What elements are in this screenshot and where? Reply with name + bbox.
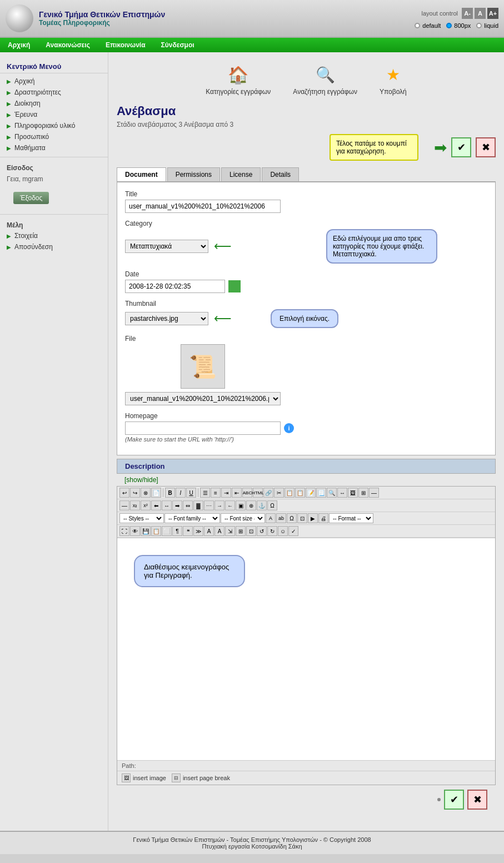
- tb4-btn12[interactable]: ↻: [267, 526, 277, 536]
- cut-btn[interactable]: ✂: [274, 488, 284, 498]
- thumbnail-select[interactable]: pastarchives.jpg other.jpg: [125, 312, 208, 325]
- font-size-select[interactable]: -- Font size --: [221, 513, 265, 523]
- sidebar-item-admin[interactable]: ▶ Διοίκηση: [0, 98, 108, 109]
- find-btn[interactable]: 🔍: [327, 488, 337, 498]
- paste-btn[interactable]: 📋: [295, 488, 305, 498]
- tb4-btn8[interactable]: ⇲: [225, 526, 235, 536]
- tb4-btn9[interactable]: ⊞: [236, 526, 246, 536]
- highlight-btn[interactable]: ab: [276, 513, 286, 523]
- show-blocks-btn[interactable]: ⬜: [162, 526, 172, 536]
- show-hide-toggle[interactable]: [show/hide]: [117, 474, 496, 486]
- undo-btn[interactable]: ↩: [119, 488, 129, 498]
- redo-btn[interactable]: ↪: [130, 488, 140, 498]
- editor-body[interactable]: Διαθέσιμος κειμενογράφος για Περιγραφή.: [117, 538, 495, 760]
- sidebar-item-info[interactable]: ▶ Πληροφοριακό υλικό: [0, 120, 108, 131]
- tab-permissions[interactable]: Permissions: [167, 167, 220, 181]
- anchor-btn[interactable]: ⚓: [257, 500, 267, 510]
- ol-btn[interactable]: ≡: [211, 488, 221, 498]
- copy-btn[interactable]: 📋: [285, 488, 295, 498]
- homepage-input[interactable]: [125, 421, 281, 435]
- subscript-btn[interactable]: x₂: [130, 500, 140, 510]
- clear-btn[interactable]: ⊗: [141, 488, 151, 498]
- tb4-btn7[interactable]: A: [214, 526, 224, 536]
- link-btn[interactable]: 🔗: [263, 488, 273, 498]
- bold-btn[interactable]: B: [165, 488, 175, 498]
- quote-btn[interactable]: ❝: [183, 526, 193, 536]
- tb4-btn11[interactable]: ↺: [257, 526, 267, 536]
- replace-btn[interactable]: ↔: [337, 488, 347, 498]
- superscript-btn[interactable]: x²: [141, 500, 151, 510]
- tab-details[interactable]: Details: [262, 167, 299, 181]
- sidebar-item-research[interactable]: ▶ Έρευνα: [0, 109, 108, 120]
- font-size-normal-btn[interactable]: A: [475, 8, 486, 19]
- layout-default-opt[interactable]: default: [415, 22, 441, 29]
- tb4-btn6[interactable]: A: [204, 526, 214, 536]
- font-family-select[interactable]: -- Font family --: [164, 513, 220, 523]
- sidebar-item-profile[interactable]: ▶ Στοιχεία: [0, 230, 108, 241]
- preview-btn[interactable]: 👁: [130, 526, 140, 536]
- templates-btn[interactable]: 📋: [151, 526, 161, 536]
- sidebar-item-logout[interactable]: ▶ Αποσύνδεση: [0, 241, 108, 252]
- layout-liquid-opt[interactable]: liquid: [476, 22, 498, 29]
- bottom-cancel-button[interactable]: ✖: [467, 790, 487, 810]
- insert-image-btn[interactable]: 🖼 insert image: [122, 773, 166, 782]
- font-color-btn[interactable]: A: [266, 513, 276, 523]
- nav-home[interactable]: Αρχική: [0, 38, 38, 52]
- layout-800px-opt[interactable]: 800px: [446, 22, 471, 29]
- embed-btn[interactable]: ⊡: [297, 513, 307, 523]
- category-select[interactable]: Μεταπτυχιακά Προπτυχιακά Άλλο: [125, 240, 208, 253]
- insert-page-break-btn[interactable]: ⊟ insert page break: [172, 773, 230, 782]
- full-screen-btn[interactable]: ⛶: [119, 526, 129, 536]
- omega-btn[interactable]: Ω: [287, 513, 297, 523]
- hr2-btn[interactable]: —: [119, 500, 129, 510]
- align-left-btn[interactable]: ⬅: [151, 500, 161, 510]
- bg-color-btn[interactable]: ▓: [193, 500, 203, 510]
- info-icon[interactable]: i: [284, 423, 294, 433]
- indent-btn[interactable]: ⇥: [221, 488, 231, 498]
- layer-btn[interactable]: ⊕: [246, 500, 256, 510]
- tb4-btn14[interactable]: ✓: [288, 526, 298, 536]
- nav-contact[interactable]: Επικοινωνία: [98, 38, 153, 52]
- abc-btn[interactable]: ABC: [242, 488, 252, 498]
- save-btn[interactable]: 💾: [141, 526, 151, 536]
- print-btn[interactable]: 🖨: [318, 513, 328, 523]
- table-btn[interactable]: ⊞: [358, 488, 368, 498]
- sidebar-item-personal[interactable]: ▶ Προσωπικό: [0, 131, 108, 142]
- logout-button[interactable]: Έξοδος: [13, 192, 49, 204]
- align-center-btn[interactable]: ↔: [162, 500, 172, 510]
- icon-submit[interactable]: ★ Υποβολή: [380, 63, 407, 96]
- bottom-ok-button[interactable]: ✔: [444, 790, 464, 810]
- tab-license[interactable]: License: [221, 167, 261, 181]
- nav-links[interactable]: Σύνδεσμοι: [153, 38, 202, 52]
- icon-search[interactable]: 🔍 Αναζήτηση εγγράφων: [293, 63, 357, 96]
- file-select[interactable]: user_manual_v1%200%201_10%2021%2006.pdf: [125, 392, 281, 405]
- media-btn[interactable]: ▶: [308, 513, 318, 523]
- tb4-btn5[interactable]: ≫: [193, 526, 203, 536]
- date-picker-btn[interactable]: [228, 280, 241, 292]
- font-size-decrease-btn[interactable]: A-: [462, 8, 473, 19]
- sidebar-item-courses[interactable]: ▶ Μαθήματα: [0, 142, 108, 153]
- sidebar-item-home[interactable]: ▶ Αρχική: [0, 76, 108, 87]
- img-btn[interactable]: 🖼: [348, 488, 358, 498]
- outdent-btn[interactable]: ⇤: [232, 488, 242, 498]
- paste-word-btn[interactable]: 📃: [316, 488, 326, 498]
- ltr-btn[interactable]: →: [214, 500, 224, 510]
- para-btn[interactable]: ¶: [172, 526, 182, 536]
- nav-announcements[interactable]: Ανακοινώσεις: [38, 38, 98, 52]
- format-select[interactable]: -- Format --: [329, 513, 373, 523]
- align-justify-btn[interactable]: ⇔: [183, 500, 193, 510]
- more-btn[interactable]: ⋯: [204, 500, 214, 510]
- hr-btn[interactable]: —: [369, 488, 379, 498]
- tab-document[interactable]: Document: [117, 167, 166, 181]
- underline-btn[interactable]: U: [186, 488, 196, 498]
- font-size-increase-btn[interactable]: A+: [487, 8, 498, 19]
- special-char-btn[interactable]: Ω: [267, 500, 277, 510]
- icon-categories[interactable]: 🏠 Κατηγορίες εγγράφων: [206, 63, 271, 96]
- styles-select[interactable]: -- Styles --: [119, 513, 164, 523]
- cancel-button[interactable]: ✖: [476, 137, 496, 157]
- date-input[interactable]: [125, 280, 225, 293]
- align-right-btn[interactable]: ➡: [172, 500, 182, 510]
- tb4-btn10[interactable]: ⊡: [246, 526, 256, 536]
- italic-btn[interactable]: I: [176, 488, 186, 498]
- new-btn[interactable]: 📄: [151, 488, 161, 498]
